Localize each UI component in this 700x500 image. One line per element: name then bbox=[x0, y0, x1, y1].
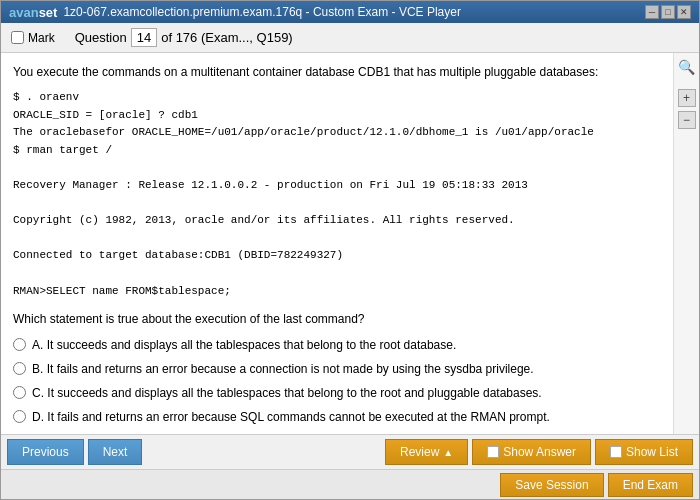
window-controls: ─ □ ✕ bbox=[645, 5, 691, 19]
logo-part1: avan bbox=[9, 5, 39, 20]
app-window: avanset 1z0-067.examcollection.premium.e… bbox=[0, 0, 700, 500]
zoom-in-button[interactable]: + bbox=[678, 89, 696, 107]
option-d-radio[interactable] bbox=[13, 410, 26, 423]
question-toolbar: Mark Question 14 of 176 (Exam..., Q159) bbox=[1, 23, 699, 53]
code-line-4: $ rman target / bbox=[13, 142, 661, 160]
bottom-row1: Previous Next Review ▲ Show Answer Show … bbox=[1, 435, 699, 469]
code-line-12: RMAN>SELECT name FROM$tablespace; bbox=[13, 283, 661, 301]
option-a-radio[interactable] bbox=[13, 338, 26, 351]
option-c: C. It succeeds and displays all the tabl… bbox=[13, 384, 661, 402]
bottom-row2: Save Session End Exam bbox=[1, 469, 699, 499]
option-a: A. It succeeds and displays all the tabl… bbox=[13, 336, 661, 354]
code-line-3: The oraclebasefor ORACLE_HOME=/u01/app/o… bbox=[13, 124, 661, 142]
code-line-6: Recovery Manager : Release 12.1.0.0.2 - … bbox=[13, 177, 661, 195]
option-c-label: C. It succeeds and displays all the tabl… bbox=[32, 384, 542, 402]
show-list-label: Show List bbox=[626, 445, 678, 459]
option-d-label: D. It fails and returns an error because… bbox=[32, 408, 550, 426]
question-label: Question bbox=[75, 30, 127, 45]
question-total: of 176 (Exam..., Q159) bbox=[161, 30, 293, 45]
code-line-10: Connected to target database:CDB1 (DBID=… bbox=[13, 247, 661, 265]
question-number: 14 bbox=[131, 28, 157, 47]
content-area: You execute the commands on a multitenan… bbox=[1, 53, 673, 434]
end-exam-button[interactable]: End Exam bbox=[608, 473, 693, 497]
title-bar-left: avanset 1z0-067.examcollection.premium.e… bbox=[9, 5, 461, 20]
show-answer-label: Show Answer bbox=[503, 445, 576, 459]
title-bar: avanset 1z0-067.examcollection.premium.e… bbox=[1, 1, 699, 23]
main-area: You execute the commands on a multitenan… bbox=[1, 53, 699, 434]
mark-area: Mark bbox=[11, 31, 55, 45]
option-b: B. It fails and returns an error because… bbox=[13, 360, 661, 378]
code-block: $ . oraenv ORACLE_SID = [oracle] ? cdb1 … bbox=[13, 89, 661, 300]
bottom-bar: Previous Next Review ▲ Show Answer Show … bbox=[1, 434, 699, 499]
show-list-icon bbox=[610, 446, 622, 458]
question-stem: Which statement is true about the execut… bbox=[13, 310, 661, 328]
app-logo: avanset bbox=[9, 5, 57, 20]
content-wrapper: You execute the commands on a multitenan… bbox=[1, 53, 673, 434]
option-c-radio[interactable] bbox=[13, 386, 26, 399]
zoom-out-button[interactable]: − bbox=[678, 111, 696, 129]
code-line-5 bbox=[13, 159, 661, 177]
code-line-7 bbox=[13, 195, 661, 213]
review-arrow-icon: ▲ bbox=[443, 447, 453, 458]
question-info: Question 14 of 176 (Exam..., Q159) bbox=[75, 28, 293, 47]
code-line-11 bbox=[13, 265, 661, 283]
answer-options: Which statement is true about the execut… bbox=[13, 310, 661, 426]
show-answer-icon bbox=[487, 446, 499, 458]
show-answer-button[interactable]: Show Answer bbox=[472, 439, 591, 465]
code-line-8: Copyright (c) 1982, 2013, oracle and/or … bbox=[13, 212, 661, 230]
code-line-2: ORACLE_SID = [oracle] ? cdb1 bbox=[13, 107, 661, 125]
question-intro: You execute the commands on a multitenan… bbox=[13, 63, 661, 81]
side-tools: 🔍 + − bbox=[673, 53, 699, 434]
next-button[interactable]: Next bbox=[88, 439, 143, 465]
code-line-9 bbox=[13, 230, 661, 248]
logo-part2: set bbox=[39, 5, 58, 20]
mark-label: Mark bbox=[28, 31, 55, 45]
option-b-label: B. It fails and returns an error because… bbox=[32, 360, 534, 378]
review-button[interactable]: Review ▲ bbox=[385, 439, 468, 465]
option-b-radio[interactable] bbox=[13, 362, 26, 375]
previous-button[interactable]: Previous bbox=[7, 439, 84, 465]
close-button[interactable]: ✕ bbox=[677, 5, 691, 19]
mark-checkbox[interactable] bbox=[11, 31, 24, 44]
search-icon: 🔍 bbox=[678, 59, 695, 75]
window-title: 1z0-067.examcollection.premium.exam.176q… bbox=[63, 5, 461, 19]
option-d: D. It fails and returns an error because… bbox=[13, 408, 661, 426]
minimize-button[interactable]: ─ bbox=[645, 5, 659, 19]
option-a-label: A. It succeeds and displays all the tabl… bbox=[32, 336, 456, 354]
save-session-button[interactable]: Save Session bbox=[500, 473, 603, 497]
show-list-button[interactable]: Show List bbox=[595, 439, 693, 465]
maximize-button[interactable]: □ bbox=[661, 5, 675, 19]
code-line-1: $ . oraenv bbox=[13, 89, 661, 107]
review-label: Review bbox=[400, 445, 439, 459]
